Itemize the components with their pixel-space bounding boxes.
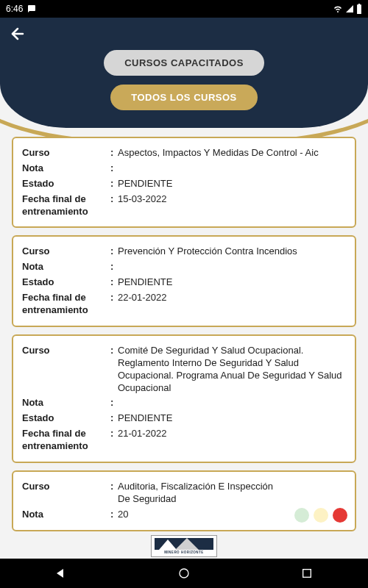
status-dot-green <box>294 508 309 523</box>
value-curso: Auditoria, Fiscalización E Inspección De… <box>118 481 281 506</box>
value-fecha: 15-03-2022 <box>118 193 346 206</box>
brand-logo: MINERO HORIZONTE <box>151 535 217 557</box>
footer: MINERO HORIZONTE <box>0 533 368 559</box>
label-nota: Nota <box>22 162 110 175</box>
label-curso: Curso <box>22 345 110 357</box>
nav-home-button[interactable] <box>169 559 199 588</box>
label-estado: Estado <box>22 276 110 289</box>
status-bar: 6:46 <box>0 0 368 18</box>
value-curso: Prevención Y Protección Contra Incendios <box>118 245 346 258</box>
mountain-icon <box>155 538 213 550</box>
label-fecha: Fecha final de entrenamiento <box>22 193 110 218</box>
svg-point-0 <box>180 569 188 578</box>
status-time: 6:46 <box>6 4 23 14</box>
course-card: Curso : Aspectos, Impactos Y Medidas De … <box>12 137 356 228</box>
label-estado: Estado <box>22 178 110 190</box>
status-dot-yellow <box>314 508 328 523</box>
back-arrow-icon[interactable] <box>9 25 26 43</box>
svg-rect-1 <box>302 570 311 578</box>
label-nota: Nota <box>22 509 110 521</box>
value-curso: Comité De Seguridad Y Salud Ocupacional.… <box>118 345 346 395</box>
label-nota: Nota <box>22 397 110 409</box>
label-fecha: Fecha final de entrenamiento <box>22 428 110 453</box>
brand-name: MINERO HORIZONTE <box>164 551 204 554</box>
chat-bubble-icon <box>27 4 36 13</box>
signal-icon <box>345 4 354 13</box>
status-indicator-dots <box>294 508 347 523</box>
value-estado: PENDIENTE <box>118 276 346 289</box>
battery-icon <box>356 4 362 14</box>
wifi-icon <box>333 4 343 13</box>
value-fecha: 22-01-2022 <box>118 292 346 304</box>
label-curso: Curso <box>22 147 110 159</box>
label-nota: Nota <box>22 261 110 273</box>
course-list[interactable]: Curso : Aspectos, Impactos Y Medidas De … <box>0 132 368 533</box>
label-curso: Curso <box>22 481 110 493</box>
value-fecha: 21-01-2022 <box>118 428 346 440</box>
android-nav-bar <box>0 559 368 588</box>
value-estado: PENDIENTE <box>118 412 346 425</box>
value-nota: 20 <box>118 509 281 521</box>
status-dot-red <box>333 508 347 523</box>
label-fecha: Fecha final de entrenamiento <box>22 292 110 317</box>
label-estado: Estado <box>22 412 110 425</box>
course-card: Curso : Auditoria, Fiscalización E Inspe… <box>12 470 356 531</box>
value-curso: Aspectos, Impactos Y Medidas De Control … <box>118 147 346 159</box>
nav-recent-button[interactable] <box>292 559 322 588</box>
tab-cursos-capacitados[interactable]: CURSOS CAPACITADOS <box>104 50 264 76</box>
label-curso: Curso <box>22 245 110 258</box>
course-card: Curso : Comité De Seguridad Y Salud Ocup… <box>12 334 356 463</box>
course-card: Curso : Prevención Y Protección Contra I… <box>12 235 356 326</box>
value-estado: PENDIENTE <box>118 178 346 190</box>
nav-back-button[interactable] <box>46 559 76 588</box>
